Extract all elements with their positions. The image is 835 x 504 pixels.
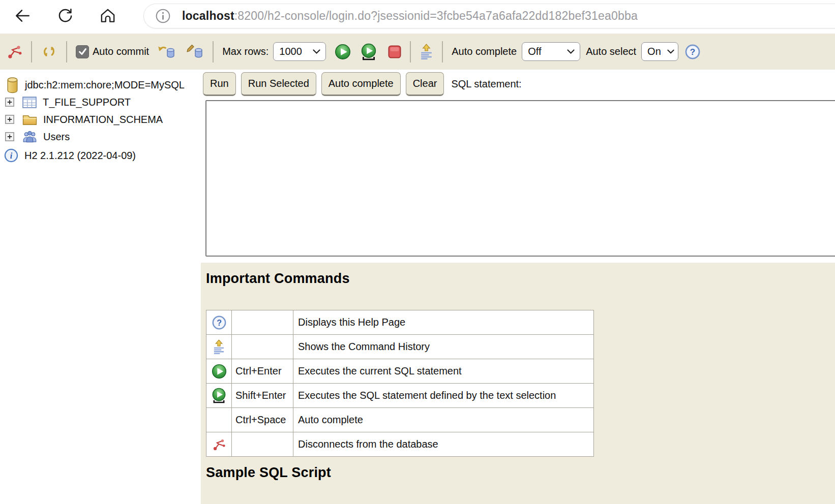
shortcut-cell: Ctrl+Enter — [232, 359, 293, 384]
description-cell: Executes the current SQL statement — [293, 359, 594, 384]
max-rows-select[interactable]: 1000 — [273, 42, 326, 61]
description-cell: Shows the Command History — [293, 335, 594, 359]
url-path: :8200/h2-console/login.do?jsessionid=3fc… — [234, 9, 638, 22]
commands-table: ? Displays this Help Page Shows the Comm… — [206, 310, 594, 457]
url-text: localhost:8200/h2-console/login.do?jsess… — [182, 9, 638, 23]
description-cell: Executes the SQL statement defined by th… — [293, 384, 594, 408]
refresh-icon[interactable] — [41, 43, 57, 60]
shortcut-cell — [232, 432, 293, 457]
run-icon[interactable] — [335, 44, 351, 60]
svg-text:?: ? — [690, 47, 695, 57]
disconnect-icon[interactable] — [7, 44, 22, 59]
auto-select-value: On — [647, 46, 661, 57]
toolbar-separator — [442, 41, 443, 62]
chevron-down-icon — [567, 49, 575, 54]
toolbar-separator — [66, 41, 67, 62]
database-icon — [6, 77, 19, 93]
address-bar[interactable]: localhost:8200/h2-console/login.do?jsess… — [143, 4, 835, 28]
run-selected-icon[interactable] — [360, 43, 377, 60]
shortcut-cell: Ctrl+Space — [232, 408, 293, 432]
auto-commit-label: Auto commit — [93, 46, 149, 57]
h2-version-label: H2 2.1.212 (2022-04-09) — [24, 150, 136, 162]
auto-complete-select[interactable]: Off — [522, 42, 580, 61]
table-row: Ctrl+Space Auto complete — [206, 408, 594, 432]
site-info-icon[interactable] — [155, 8, 171, 24]
rollback-edit-icon[interactable] — [186, 44, 204, 60]
sql-editor[interactable] — [205, 100, 835, 257]
auto-commit-checkbox[interactable] — [76, 45, 89, 58]
auto-complete-value: Off — [528, 46, 541, 57]
expand-plus-icon[interactable] — [5, 98, 14, 107]
clear-button[interactable]: Clear — [406, 72, 444, 96]
tree-node-schema[interactable]: INFORMATION_SCHEMA — [0, 111, 201, 128]
help-icon: ? — [206, 310, 232, 335]
back-icon[interactable] — [12, 6, 33, 26]
stop-icon[interactable] — [388, 45, 401, 58]
browser-toolbar: localhost:8200/h2-console/login.do?jsess… — [0, 0, 835, 32]
tree-node-label[interactable]: INFORMATION_SCHEMA — [43, 114, 163, 125]
info-icon: i — [4, 148, 18, 163]
table-row: Shows the Command History — [206, 335, 594, 359]
table-icon — [22, 97, 37, 108]
help-panel: Important Commands ? Displays this Help … — [201, 263, 835, 504]
auto-complete-button[interactable]: Auto complete — [321, 72, 401, 96]
svg-text:i: i — [10, 151, 13, 160]
sample-sql-heading: Sample SQL Script — [206, 465, 835, 481]
editor-button-row: Run Run Selected Auto complete Clear SQL… — [203, 72, 522, 96]
shortcut-cell: Shift+Enter — [232, 384, 293, 408]
table-row: ? Displays this Help Page — [206, 310, 594, 335]
home-icon[interactable] — [98, 6, 118, 26]
description-cell: Auto complete — [293, 408, 594, 432]
sql-statement-label: SQL statement: — [451, 78, 521, 90]
shortcut-cell — [232, 335, 293, 359]
table-row: Disconnects from the database — [206, 432, 594, 457]
expand-plus-icon[interactable] — [5, 115, 14, 124]
max-rows-label: Max rows: — [222, 46, 269, 57]
auto-complete-label: Auto complete — [452, 46, 517, 57]
commit-icon[interactable] — [157, 44, 176, 60]
h2-toolbar: Auto commit Max rows: 1000 Auto complete… — [0, 34, 835, 70]
tree-node-connection[interactable]: jdbc:h2:mem:chore;MODE=MySQL — [0, 76, 201, 93]
shortcut-cell — [232, 310, 293, 335]
tree-node-version: i H2 2.1.212 (2022-04-09) — [0, 147, 201, 164]
description-cell: Disconnects from the database — [293, 432, 594, 457]
description-cell: Displays this Help Page — [293, 310, 594, 335]
history-icon[interactable] — [420, 44, 433, 60]
run-icon — [206, 359, 232, 384]
folder-icon — [22, 114, 37, 125]
url-host: localhost — [182, 9, 234, 22]
connection-label[interactable]: jdbc:h2:mem:chore;MODE=MySQL — [25, 79, 185, 91]
chevron-down-icon — [313, 49, 320, 54]
tree-node-label[interactable]: T_FILE_SUPPORT — [43, 97, 131, 108]
svg-text:?: ? — [217, 318, 222, 327]
reload-icon[interactable] — [55, 6, 75, 26]
toolbar-separator — [31, 41, 32, 62]
help-icon[interactable]: ? — [685, 44, 700, 59]
chevron-down-icon — [667, 49, 674, 54]
run-selected-button[interactable]: Run Selected — [241, 72, 316, 96]
auto-select-select[interactable]: On — [641, 42, 678, 61]
expand-plus-icon[interactable] — [5, 132, 14, 141]
run-selected-icon — [206, 384, 232, 408]
tree-node-table[interactable]: T_FILE_SUPPORT — [0, 93, 201, 111]
tree-node-label[interactable]: Users — [43, 131, 70, 143]
history-icon — [206, 335, 232, 359]
run-button[interactable]: Run — [203, 72, 236, 96]
table-row: Shift+Enter Executes the SQL statement d… — [206, 384, 594, 408]
toolbar-separator — [410, 41, 411, 62]
table-row: Ctrl+Enter Executes the current SQL stat… — [206, 359, 594, 384]
important-commands-heading: Important Commands — [206, 271, 835, 287]
users-icon — [22, 130, 37, 144]
empty-cell — [206, 408, 232, 432]
auto-select-label: Auto select — [586, 46, 636, 57]
workspace: jdbc:h2:mem:chore;MODE=MySQL T_FILE_SUPP… — [0, 70, 835, 504]
disconnect-icon — [206, 432, 232, 457]
max-rows-value: 1000 — [279, 46, 302, 57]
database-tree: jdbc:h2:mem:chore;MODE=MySQL T_FILE_SUPP… — [0, 70, 201, 504]
toolbar-separator — [213, 41, 214, 62]
tree-node-users[interactable]: Users — [0, 128, 201, 145]
